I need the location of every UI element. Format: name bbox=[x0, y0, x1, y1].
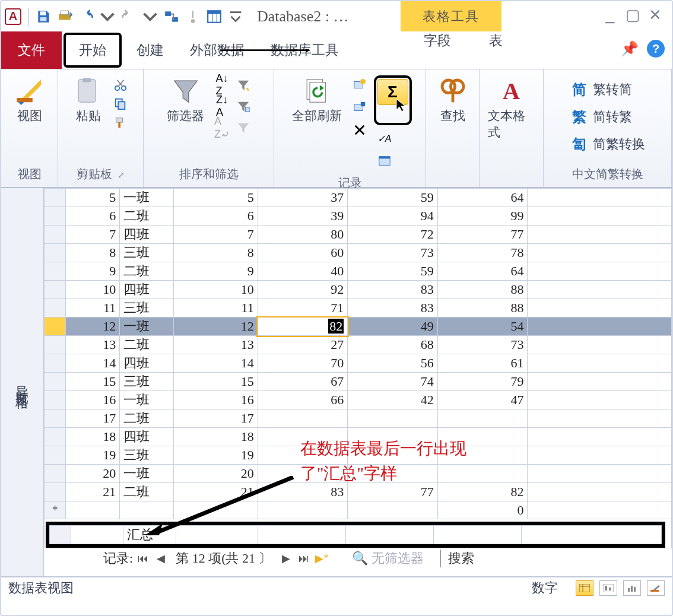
svg-rect-52 bbox=[631, 586, 633, 592]
save-icon[interactable] bbox=[33, 6, 54, 27]
table-row[interactable]: 9二班9405964 bbox=[45, 262, 672, 281]
menu-tabs: 文件 开始 创建 外部数据 数据库工具 字段 表 📌 ? bbox=[1, 31, 672, 69]
view-design-icon[interactable] bbox=[647, 580, 665, 596]
svg-rect-53 bbox=[634, 587, 636, 592]
find-button[interactable]: 查找 bbox=[435, 75, 471, 125]
table-row[interactable]: 8三班8607378 bbox=[45, 244, 672, 262]
recnav-next[interactable]: ▶ bbox=[278, 551, 294, 566]
table-row[interactable]: 12一班12824954 bbox=[45, 317, 672, 336]
minimize-button[interactable]: ⎯ bbox=[602, 6, 618, 24]
undo-icon[interactable] bbox=[75, 6, 97, 27]
more-records-icon[interactable] bbox=[374, 152, 395, 170]
info-icon[interactable] bbox=[182, 6, 204, 27]
table-row[interactable]: 18四班18 bbox=[45, 428, 672, 446]
table-row[interactable]: 16一班16664247 bbox=[45, 391, 672, 409]
table-row[interactable]: 13二班13276873 bbox=[45, 336, 672, 354]
recnav-filter-off: 🔍 无筛选器 bbox=[352, 550, 424, 567]
paste-button[interactable]: 粘贴 bbox=[71, 75, 106, 125]
svg-rect-19 bbox=[82, 78, 91, 82]
svg-rect-7 bbox=[192, 11, 193, 18]
cn-switch-button[interactable]: 匐简繁转换 bbox=[568, 134, 647, 155]
text-format-label: 文本格式 bbox=[488, 107, 535, 141]
table-row[interactable]: 15三班15677479 bbox=[45, 373, 672, 391]
remove-sort-icon[interactable]: AZ⤾ bbox=[212, 119, 232, 136]
save-record-icon[interactable] bbox=[350, 99, 370, 116]
new-record-icon[interactable] bbox=[350, 76, 370, 94]
table-row[interactable]: 11三班11718388 bbox=[45, 299, 672, 317]
cn-t2s-button[interactable]: 简繁转简 bbox=[568, 79, 647, 100]
tab-file[interactable]: 文件 bbox=[1, 31, 62, 69]
filter-selection-icon[interactable] bbox=[233, 76, 253, 94]
svg-rect-18 bbox=[78, 80, 96, 102]
table-totals-row[interactable]: 汇总 bbox=[45, 519, 672, 548]
datasheet-icon[interactable] bbox=[204, 6, 225, 27]
table-row[interactable]: 19三班19 bbox=[45, 446, 672, 465]
recnav-position[interactable]: 第 12 项(共 21 〕 bbox=[171, 550, 276, 567]
paste-label: 粘贴 bbox=[76, 107, 101, 124]
ribbon-group-sortfilter: 筛选器 A↓Z Z↓A AZ⤾ 排序和筛选 bbox=[144, 69, 274, 187]
spelling-icon[interactable]: ✓A bbox=[374, 129, 395, 147]
table-row[interactable]: 7四班7807277 bbox=[45, 226, 672, 244]
qat-separator bbox=[28, 8, 29, 26]
format-painter-icon[interactable] bbox=[110, 114, 131, 132]
delete-record-icon[interactable] bbox=[350, 121, 370, 139]
table-row[interactable]: 14四班14705661 bbox=[45, 354, 672, 373]
view-pivot-icon[interactable] bbox=[599, 580, 617, 596]
tab-external-data[interactable]: 外部数据 bbox=[177, 31, 258, 69]
table-row[interactable]: 6二班6399499 bbox=[45, 207, 672, 226]
refresh-all-button[interactable]: 全部刷新 bbox=[288, 75, 345, 125]
undo-dropdown-icon[interactable] bbox=[97, 6, 118, 27]
svg-rect-45 bbox=[579, 584, 590, 592]
table-row[interactable]: 17二班17 bbox=[45, 409, 672, 428]
ribbon-group-cnconv: 简繁转简 繁简转繁 匐简繁转换 中文简繁转换 bbox=[544, 69, 672, 187]
tab-fields[interactable]: 字段 bbox=[411, 31, 464, 50]
svg-rect-0 bbox=[40, 11, 46, 15]
recnav-prev[interactable]: ◀ bbox=[153, 551, 169, 566]
table-row[interactable]: 20一班20 bbox=[45, 465, 672, 483]
redo-icon[interactable] bbox=[118, 6, 139, 27]
view-button[interactable]: 视图 bbox=[12, 75, 47, 125]
svg-rect-39 bbox=[379, 157, 389, 159]
filter-button[interactable]: 筛选器 bbox=[163, 75, 208, 125]
table-row[interactable]: 5一班5375964 bbox=[45, 189, 672, 207]
cn-s2t-button[interactable]: 繁简转繁 bbox=[568, 106, 647, 128]
sort-desc-icon[interactable]: Z↓A bbox=[212, 97, 232, 115]
table-row[interactable]: 10四班10928388 bbox=[45, 281, 672, 299]
pin-icon[interactable]: 📌 bbox=[621, 40, 639, 57]
svg-rect-49 bbox=[605, 586, 607, 590]
sort-asc-icon[interactable]: A↓Z bbox=[212, 76, 232, 94]
nav-pane[interactable]: 导航窗格 bbox=[1, 188, 44, 576]
tab-table[interactable]: 表 bbox=[476, 31, 516, 50]
advanced-filter-icon[interactable] bbox=[233, 97, 253, 115]
text-format-button[interactable]: A 文本格式 bbox=[484, 75, 538, 142]
recnav-search[interactable]: 搜索 bbox=[440, 550, 474, 567]
view-chart-icon[interactable] bbox=[623, 580, 641, 596]
table-row[interactable]: 21二班21837782 bbox=[45, 483, 672, 501]
tab-create[interactable]: 创建 bbox=[123, 31, 177, 69]
quick-print-icon[interactable] bbox=[54, 6, 75, 27]
svg-rect-25 bbox=[118, 122, 120, 128]
table-new-row[interactable]: 0 bbox=[45, 501, 672, 519]
app-icon: A bbox=[5, 8, 21, 25]
help-icon[interactable]: ? bbox=[647, 40, 665, 58]
ribbon-group-view-label: 视图 bbox=[1, 164, 58, 187]
svg-rect-24 bbox=[116, 118, 122, 122]
tab-db-tools[interactable]: 数据库工具 bbox=[258, 31, 352, 69]
svg-rect-17 bbox=[17, 98, 32, 102]
recnav-new[interactable]: ▶* bbox=[314, 551, 329, 566]
recnav-first[interactable]: ⏮ bbox=[135, 551, 151, 566]
copy-icon[interactable] bbox=[110, 95, 131, 113]
relationships-icon[interactable] bbox=[161, 6, 182, 27]
view-datasheet-icon[interactable] bbox=[576, 580, 593, 596]
tab-start[interactable]: 开始 bbox=[64, 33, 122, 68]
maximize-button[interactable]: ▢ bbox=[624, 6, 641, 24]
cut-icon[interactable] bbox=[110, 76, 131, 94]
datasheet[interactable]: 5一班53759646二班63994997四班78072778三班8607378… bbox=[44, 188, 672, 576]
svg-rect-55 bbox=[650, 590, 659, 592]
close-button[interactable]: ✕ bbox=[647, 6, 664, 24]
qat-customize-icon[interactable] bbox=[225, 6, 246, 27]
redo-dropdown-icon[interactable] bbox=[139, 6, 161, 27]
toggle-filter-icon[interactable] bbox=[233, 119, 253, 136]
recnav-last[interactable]: ⏭ bbox=[296, 551, 312, 566]
svg-rect-50 bbox=[609, 588, 611, 590]
